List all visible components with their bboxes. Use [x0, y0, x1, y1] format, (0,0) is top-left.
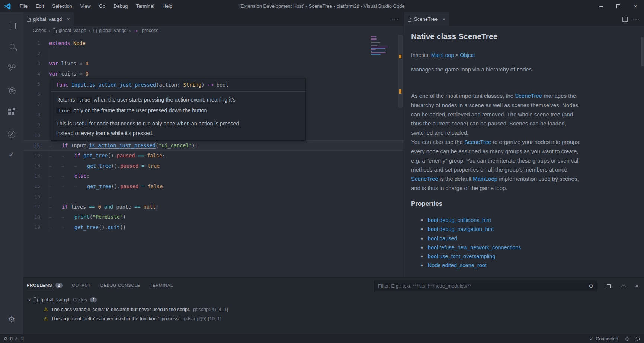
property-link[interactable]: bool use_font_oversampling [428, 252, 495, 261]
tab-label: global_var.gd [33, 16, 62, 22]
menu-file[interactable]: File [16, 0, 32, 12]
problems-filter[interactable]: ⚙ [374, 281, 597, 291]
remote-status[interactable]: ✓ Connected [590, 336, 618, 342]
menu-go[interactable]: Go [95, 0, 109, 12]
restore-panel-icon[interactable] [603, 281, 614, 291]
doc-link[interactable]: SceneTree [464, 139, 491, 145]
panel-tab-output[interactable]: OUTPUT [72, 283, 91, 288]
symbol-method-icon: ⊸ [134, 28, 138, 33]
problems-file-row[interactable]: ∨ global_var.gd Codes 2 [23, 295, 97, 304]
property-link[interactable]: bool paused [428, 234, 457, 243]
problem-row[interactable]: ⚠The class variable 'coins' is declared … [23, 305, 228, 314]
error-icon: ⊘ [4, 336, 8, 342]
code-line-16[interactable]: 16→ [23, 192, 404, 202]
activitybar-source-control-icon[interactable] [0, 60, 23, 77]
line-number: 11 [23, 142, 49, 148]
doc-heading: Native class SceneTree [411, 32, 497, 41]
minimize-button[interactable]: ─ [593, 0, 610, 12]
code-line-11[interactable]: 11→if Input.is_action_just_pressed("ui_c… [23, 140, 404, 151]
line-number: 9 [23, 122, 49, 128]
editor-actions-more-icon[interactable]: ··· [392, 12, 398, 26]
activitybar-debug-icon[interactable] [0, 82, 23, 100]
line-number: 19 [23, 224, 49, 230]
warning-icon: ⚠ [44, 307, 48, 312]
symbol-braces-icon: { } [93, 28, 97, 33]
activitybar-search-icon[interactable] [0, 37, 23, 55]
problems-file-name: global_var.gd [41, 297, 69, 302]
close-panel-icon[interactable]: × [632, 281, 642, 291]
code-editor[interactable]: 1extends Node23var lives = 44var coins =… [23, 35, 404, 277]
menu-help[interactable]: Help [158, 0, 177, 12]
property-link[interactable]: bool refuse_new_network_connections [428, 243, 521, 252]
more-actions-icon[interactable]: ··· [633, 16, 640, 22]
doc-link[interactable]: MainLoop [473, 176, 497, 182]
tab-close-icon[interactable]: × [442, 16, 446, 22]
tab-global-var[interactable]: global_var.gd × [23, 12, 74, 26]
line-number: 10 [23, 132, 49, 138]
editor-scrollbar[interactable] [398, 35, 403, 108]
tab-close-icon[interactable]: × [67, 16, 70, 22]
doc-scrollbar[interactable] [641, 37, 644, 66]
tab-label: SceneTree [414, 16, 438, 22]
minimap[interactable] [371, 36, 388, 55]
menu-edit[interactable]: Edit [32, 0, 48, 12]
breadcrumb-item[interactable]: Codes [33, 28, 46, 33]
line-number: 7 [23, 102, 49, 107]
split-editor-icon[interactable] [622, 17, 628, 22]
status-bar: ⊘ 0 ⚠ 2 ✓ Connected ☺ [0, 334, 644, 343]
panel-tab-debug-console[interactable]: DEBUG CONSOLE [100, 283, 140, 288]
code-line-2[interactable]: 2 [23, 48, 404, 59]
problems-status[interactable]: ⊘ 0 ⚠ 2 [0, 336, 24, 342]
problem-row[interactable]: ⚠The argument 'delta' is never used in t… [23, 314, 221, 323]
code-line-15[interactable]: 15→→→get_tree().paused = false [23, 181, 404, 192]
menu-debug[interactable]: Debug [109, 0, 132, 12]
breadcrumb-item[interactable]: global_var.gd [53, 28, 86, 33]
maximize-panel-icon[interactable] [618, 281, 629, 291]
filter-icon[interactable]: ⚙ [589, 283, 593, 289]
line-number: 14 [23, 173, 49, 179]
property-link[interactable]: Node edited_scene_root [428, 261, 487, 270]
problems-count-badge: 2 [90, 297, 97, 302]
code-line-13[interactable]: 13→→→get_tree().paused = true [23, 161, 404, 171]
panel-tab-terminal[interactable]: TERMINAL [150, 283, 173, 288]
file-icon [34, 297, 38, 302]
menu-view[interactable]: View [76, 0, 95, 12]
tab-scenetree[interactable]: SceneTree × [404, 12, 449, 26]
activitybar-live-share-icon[interactable] [0, 125, 23, 143]
feedback-smiley-icon[interactable]: ☺ [624, 336, 630, 342]
menu-selection[interactable]: Selection [48, 0, 76, 12]
notifications-bell-icon[interactable] [636, 337, 640, 340]
breadcrumb-item[interactable]: { }global_var.gd [93, 28, 126, 33]
line-number: 16 [23, 194, 49, 199]
code-line-19[interactable]: 19→→get_tree().quit() [23, 222, 404, 233]
file-icon [53, 28, 57, 33]
line-number: 3 [23, 61, 49, 66]
filter-input[interactable] [374, 283, 589, 289]
code-line-1[interactable]: 1extends Node [23, 38, 404, 48]
line-number: 15 [23, 183, 49, 189]
manage-gear-icon[interactable]: ⚙ [0, 311, 23, 328]
menu-terminal[interactable]: Terminal [132, 0, 158, 12]
activitybar-explorer-icon[interactable] [0, 16, 23, 34]
code-line-17[interactable]: 17→if lives == 0 and punto == null: [23, 202, 404, 212]
property-link[interactable]: bool debug_collisions_hint [428, 216, 491, 225]
breadcrumb-item[interactable]: ⊸_process [134, 28, 158, 33]
doc-tab-bar: SceneTree × ··· [404, 12, 644, 26]
editor-tab-bar: global_var.gd × ··· [23, 12, 404, 26]
close-window-button[interactable]: × [627, 0, 644, 12]
code-line-4[interactable]: 4var coins = 0 [23, 69, 404, 79]
activitybar-test-check-icon[interactable]: ✓ [0, 145, 23, 163]
doc-link[interactable]: SceneTree [411, 176, 438, 182]
code-line-14[interactable]: 14→→else: [23, 171, 404, 182]
property-link[interactable]: bool debug_navigation_hint [428, 225, 494, 234]
error-count: 0 [10, 336, 13, 342]
panel-tab-problems[interactable]: PROBLEMS2 [27, 283, 63, 288]
maximize-button[interactable] [610, 0, 627, 12]
code-line-3[interactable]: 3var lives = 4 [23, 58, 404, 69]
code-line-18[interactable]: 18→→print("Perdiste") [23, 212, 404, 222]
activitybar-extensions-icon[interactable] [0, 103, 23, 121]
line-number: 12 [23, 153, 49, 158]
code-line-12[interactable]: 12→→if get_tree().paused == false: [23, 151, 404, 161]
doc-link[interactable]: SceneTree [515, 93, 542, 99]
chevron-down-icon[interactable]: ∨ [28, 297, 31, 302]
